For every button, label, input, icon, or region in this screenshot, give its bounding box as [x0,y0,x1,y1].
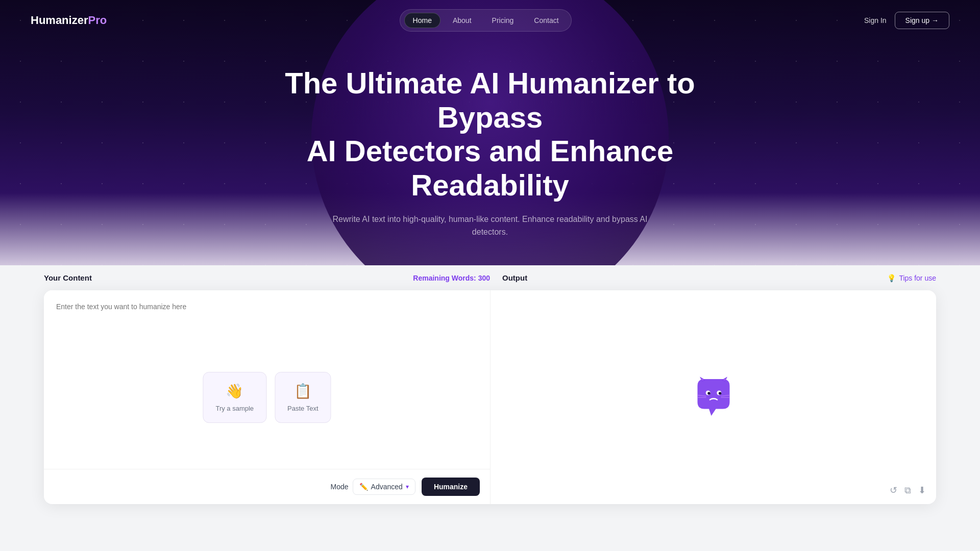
input-footer: Mode ✏️ Advanced ▾ Humanize [44,469,490,504]
humanize-button[interactable]: Humanize [422,478,480,496]
nav-home[interactable]: Home [404,13,440,28]
mode-dropdown[interactable]: ✏️ Advanced ▾ [353,479,415,495]
try-sample-button[interactable]: 👋 Try a sample [203,372,266,423]
try-sample-label: Try a sample [215,405,254,412]
nav-links: Home About Pricing Contact [400,9,572,32]
mascot-svg [691,374,737,420]
mode-selector: Mode ✏️ Advanced ▾ [331,479,415,495]
nav-pricing[interactable]: Pricing [484,13,522,28]
hero-content: The Ultimate AI Humanizer to Bypass AI D… [0,41,980,254]
about-teaser: About Our App [0,535,980,551]
svg-point-2 [707,392,710,394]
chevron-down-icon: ▾ [406,483,409,490]
hero-subtitle: Rewrite AI text into high-quality, human… [327,213,653,239]
download-icon[interactable]: ⬇ [918,485,926,496]
tool-panels: 👋 Try a sample 📋 Paste Text Mode ✏️ Adva… [44,290,936,504]
tips-label: Tips for use [899,274,936,282]
your-content-label: Your Content [44,273,92,282]
svg-point-3 [718,392,721,394]
section-label-right: Output 💡 Tips for use [490,265,936,290]
output-panel: ↺ ⧉ ⬇ [490,290,936,504]
paste-text-button[interactable]: 📋 Paste Text [275,372,331,423]
refresh-icon[interactable]: ↺ [890,485,897,496]
nav-actions: Sign In Sign up → [864,12,949,29]
tool-section: Your Content Remaining Words: 300 Output… [0,265,980,535]
try-sample-icon: 👋 [226,383,243,399]
output-label: Output [502,273,527,282]
mode-label: Mode [331,483,349,491]
nav-contact[interactable]: Contact [526,13,567,28]
tips-button[interactable]: 💡 Tips for use [887,274,936,282]
navbar: Humanizer Pro Home About Pricing Contact… [0,0,980,41]
output-mascot [691,374,737,420]
hero-title-line1: The Ultimate AI Humanizer to Bypass [285,66,695,134]
remaining-words-label: Remaining Words: 300 [413,274,490,282]
logo-text-pro: Pro [88,14,107,27]
paste-text-icon: 📋 [294,383,312,399]
section-labels-row: Your Content Remaining Words: 300 Output… [44,265,936,290]
hero-title-line2: AI Detectors and Enhance Readability [307,134,674,202]
sign-in-button[interactable]: Sign In [864,16,887,24]
hero-section: Humanizer Pro Home About Pricing Contact… [0,0,980,276]
sample-buttons-group: 👋 Try a sample 📋 Paste Text [203,372,331,423]
input-panel: 👋 Try a sample 📋 Paste Text Mode ✏️ Adva… [44,290,490,504]
copy-icon[interactable]: ⧉ [904,485,911,496]
sign-up-button[interactable]: Sign up → [895,12,949,29]
paste-text-label: Paste Text [287,405,318,412]
mode-value: Advanced [371,483,403,491]
tips-icon: 💡 [887,274,896,282]
logo-text-humanizer: Humanizer [31,14,88,27]
hero-title: The Ultimate AI Humanizer to Bypass AI D… [271,66,709,203]
output-footer: ↺ ⧉ ⬇ [890,485,926,496]
logo: Humanizer Pro [31,14,107,27]
nav-about[interactable]: About [445,13,480,28]
section-label-left: Your Content Remaining Words: 300 [44,265,490,290]
mode-icon: ✏️ [359,483,368,491]
